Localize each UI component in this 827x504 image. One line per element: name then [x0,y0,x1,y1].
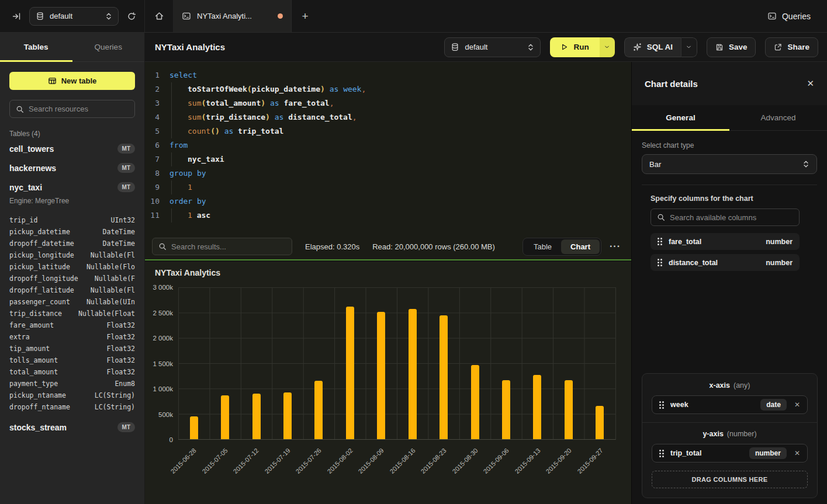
run-button[interactable]: Run [550,37,599,57]
column-name: tolls_amount [9,356,58,364]
line-number: 6 [145,138,165,152]
table-name: cell_towers [9,144,54,154]
code-content: order by [165,194,206,208]
elapsed-stat: Elapsed: 0.320s [305,242,359,251]
table-row[interactable]: cell_towersMT [9,139,135,158]
drag-columns-drop-zone[interactable]: DRAG COLUMNS HERE [652,471,808,488]
sql-ai-button[interactable]: SQL AI [624,37,681,57]
x-tick-label: 2015-07-12 [232,447,260,475]
column-name: trip_id [9,216,37,224]
code-line: 8group by [145,166,631,180]
save-button[interactable]: Save [707,37,756,57]
new-tab-button[interactable]: + [292,0,319,32]
column-row: dropoff_latitudeNullable(Fl [9,284,135,296]
new-table-button[interactable]: New table [9,72,135,90]
run-options-button[interactable] [600,37,615,57]
engine-badge: MT [117,182,135,192]
line-number: 9 [145,180,165,194]
drag-handle-icon[interactable] [659,450,664,457]
remove-column-icon[interactable]: ✕ [793,449,801,457]
resource-search[interactable] [9,100,135,118]
available-column-chip[interactable]: distance_totalnumber [650,254,800,271]
sidebar-tabs: Tables Queries [0,33,144,62]
column-name: fare_total [669,238,701,246]
chart-type-select[interactable]: Bar [642,154,817,174]
code-line: 1select [145,68,631,82]
results-toolbar: Elapsed: 0.320s Read: 20,000,000 rows (2… [145,234,631,260]
y-tick-label: 1 500k [153,360,173,367]
line-number: 4 [145,110,165,124]
chevron-down-icon [604,44,610,50]
query-tab[interactable]: NYTaxi Analyti... [174,0,292,32]
sql-editor[interactable]: 1select2toStartOfWeek(pickup_datetime) a… [145,62,631,234]
table-row[interactable]: stocks_streamMT [9,418,135,437]
column-name: dropoff_latitude [9,286,74,294]
column-row: pickup_datetimeDateTime [9,226,135,238]
table-name: stocks_stream [9,423,67,432]
header-database-selector[interactable]: default [444,37,541,57]
bar [346,307,354,439]
column-row: pickup_longitudeNullable(Fl [9,249,135,261]
code-content: select [165,68,197,82]
engine-badge: MT [117,163,135,173]
close-icon[interactable]: ✕ [807,78,814,89]
results-search[interactable] [152,238,292,255]
header-actions: default Run [444,37,818,57]
tab-advanced[interactable]: Advanced [729,105,827,130]
read-stat: Read: 20,000,000 rows (260.00 MB) [372,242,495,251]
chevron-down-icon [686,44,692,50]
column-row: extraFloat32 [9,331,135,343]
sql-ai-options-button[interactable] [681,37,697,57]
available-columns-list: fare_totalnumberdistance_totalnumber [642,233,817,271]
remove-column-icon[interactable]: ✕ [793,401,801,409]
columns-search-input[interactable] [670,213,793,222]
available-column-chip[interactable]: fare_totalnumber [650,233,800,250]
database-selector[interactable]: default [29,7,119,26]
drag-handle-icon[interactable] [659,401,664,409]
drag-handle-icon[interactable] [658,238,662,245]
column-row: dropoff_longitudeNullable(F [9,273,135,284]
column-name: total_amount [9,368,58,376]
code-content: 1 [165,180,192,194]
x-axis-labels: 2015-06-282015-07-052015-07-122015-07-19… [178,442,616,504]
column-name: pickup_ntaname [9,391,66,399]
plus-icon: + [302,10,308,23]
engine-badge: MT [117,144,135,154]
y-tick-label: 500k [158,411,173,418]
columns-search[interactable] [650,208,800,226]
table-list: cell_towersMThackernewsMTnyc_taxiMTEngin… [0,139,144,437]
sidebar-tab-tables[interactable]: Tables [0,33,72,61]
view-toggle-chart[interactable]: Chart [561,239,600,254]
sidebar-collapse-icon[interactable] [12,12,21,21]
panel-header: Chart details ✕ [632,62,827,105]
axis-column-chip[interactable]: weekdate✕ [652,395,808,414]
column-type: Nullable(Flo [86,263,135,271]
share-button[interactable]: Share [765,37,818,57]
y-axis-title: y-axis(number) [652,430,808,438]
divider [642,185,817,185]
drag-handle-icon[interactable] [658,259,662,266]
resource-search-input[interactable] [29,105,129,113]
view-toggle-table[interactable]: Table [524,239,561,254]
search-icon [657,213,665,221]
tab-general[interactable]: General [632,105,729,130]
table-row[interactable]: hackernewsMT [9,158,135,178]
database-icon [36,12,44,20]
column-name: pickup_datetime [9,228,70,236]
results-search-input[interactable] [171,242,286,251]
refresh-icon[interactable] [127,12,136,21]
column-row: trip_idUInt32 [9,214,135,226]
axis-column-chip[interactable]: trip_totalnumber✕ [652,444,808,463]
sidebar-tab-queries[interactable]: Queries [72,33,145,61]
queries-button[interactable]: Queries [767,12,827,21]
table-row[interactable]: nyc_taxiMT [9,178,135,197]
home-button[interactable] [145,0,174,32]
top-bar: default NYTaxi Analyti... [0,0,827,33]
x-tick-label: 2015-07-19 [263,447,291,475]
column-type: Float32 [107,368,135,376]
code-content: toStartOfWeek(pickup_datetime) as week, [165,82,366,96]
bar [502,380,510,439]
more-options-button[interactable]: ··· [607,241,623,252]
columns-section-label: Specify columns for the chart [650,194,817,203]
column-row: total_amountFloat32 [9,366,135,378]
